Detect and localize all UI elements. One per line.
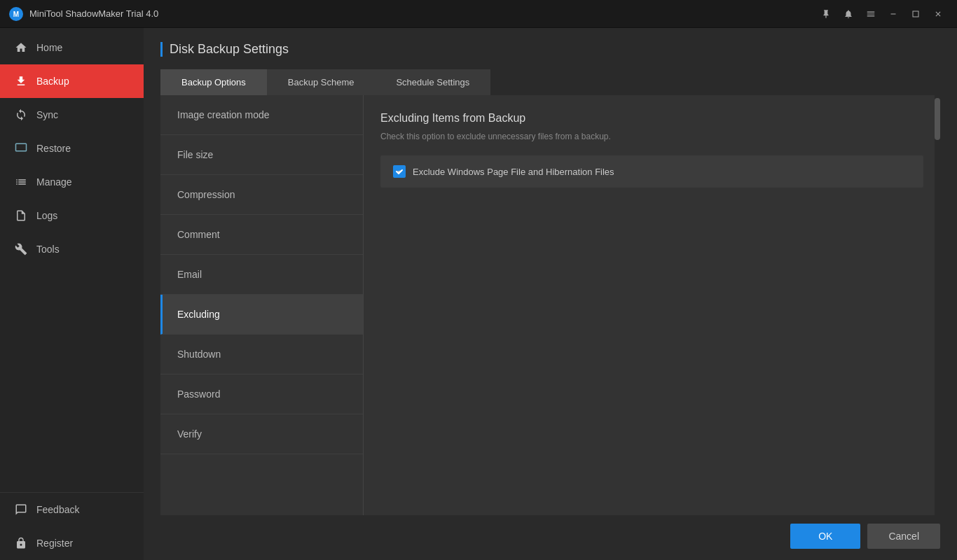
logs-icon [14, 209, 28, 223]
content-area: Disk Backup Settings Backup Options Back… [144, 28, 957, 560]
sidebar-label-logs: Logs [36, 210, 57, 221]
app-logo-icon: M [8, 6, 24, 22]
tab-backup-scheme[interactable]: Backup Scheme [267, 69, 376, 95]
tab-schedule-settings[interactable]: Schedule Settings [375, 69, 490, 95]
manage-icon [14, 175, 28, 189]
sidebar-item-feedback[interactable]: Feedback [0, 493, 144, 526]
sidebar-label-feedback: Feedback [36, 504, 79, 515]
sidebar-label-tools: Tools [36, 244, 60, 255]
main-layout: Home Backup Sync Restore Manage [0, 28, 957, 560]
svg-rect-2 [16, 144, 27, 151]
option-email[interactable]: Email [160, 255, 363, 295]
tab-backup-options[interactable]: Backup Options [160, 69, 267, 95]
option-compression[interactable]: Compression [160, 175, 363, 215]
sidebar-item-manage[interactable]: Manage [0, 165, 144, 199]
sidebar-label-sync: Sync [36, 109, 58, 120]
sidebar-item-register[interactable]: Register [0, 526, 144, 560]
exclude-checkbox-row[interactable]: Exclude Windows Page File and Hibernatio… [380, 155, 923, 188]
svg-text:M: M [13, 10, 19, 18]
pin-icon[interactable] [815, 4, 836, 24]
home-icon [14, 41, 28, 55]
feedback-icon [14, 503, 28, 517]
sync-icon [14, 108, 28, 122]
backup-icon [14, 74, 28, 88]
sidebar-label-backup: Backup [36, 76, 69, 87]
option-comment[interactable]: Comment [160, 215, 363, 255]
sidebar-item-sync[interactable]: Sync [0, 98, 144, 132]
tools-icon [14, 242, 28, 256]
page-title: Disk Backup Settings [160, 42, 940, 57]
ok-button[interactable]: OK [790, 524, 860, 549]
sidebar-item-backup[interactable]: Backup [0, 64, 144, 98]
scrollbar-track[interactable] [935, 95, 940, 515]
sidebar: Home Backup Sync Restore Manage [0, 28, 144, 560]
scrollbar-thumb[interactable] [935, 98, 940, 140]
option-verify[interactable]: Verify [160, 414, 363, 454]
checkmark-icon [395, 167, 404, 176]
sidebar-label-home: Home [36, 42, 62, 53]
sidebar-item-home[interactable]: Home [0, 31, 144, 64]
sidebar-item-tools[interactable]: Tools [0, 232, 144, 266]
cancel-button[interactable]: Cancel [867, 524, 940, 549]
panel-title: Excluding Items from Backup [380, 112, 923, 125]
exclude-checkbox-label: Exclude Windows Page File and Hibernatio… [413, 167, 614, 177]
options-area: Image creation mode File size Compressio… [160, 95, 940, 515]
sidebar-item-logs[interactable]: Logs [0, 199, 144, 232]
titlebar-controls [815, 4, 949, 24]
panel-description: Check this option to exclude unnecessary… [380, 132, 923, 141]
register-icon [14, 536, 28, 550]
option-password[interactable]: Password [160, 374, 363, 414]
sidebar-label-restore: Restore [36, 143, 71, 154]
minimize-icon[interactable] [883, 4, 904, 24]
close-icon[interactable] [928, 4, 949, 24]
sidebar-bottom: Feedback Register [0, 492, 144, 560]
options-panel: Excluding Items from Backup Check this o… [364, 95, 940, 515]
exclude-checkbox[interactable] [393, 165, 406, 178]
menu-icon[interactable] [860, 4, 881, 24]
footer-buttons: OK Cancel [160, 515, 940, 549]
app-title: MiniTool ShadowMaker Trial 4.0 [29, 8, 158, 19]
options-list: Image creation mode File size Compressio… [160, 95, 364, 515]
option-shutdown[interactable]: Shutdown [160, 335, 363, 374]
option-image-creation-mode[interactable]: Image creation mode [160, 95, 363, 135]
sidebar-item-restore[interactable]: Restore [0, 132, 144, 165]
restore-icon [14, 141, 28, 155]
tabs-bar: Backup Options Backup Scheme Schedule Se… [160, 69, 940, 95]
notification-icon[interactable] [838, 4, 859, 24]
maximize-icon[interactable] [905, 4, 926, 24]
titlebar: M MiniTool ShadowMaker Trial 4.0 [0, 0, 957, 28]
option-file-size[interactable]: File size [160, 135, 363, 175]
sidebar-label-manage: Manage [36, 176, 72, 188]
sidebar-label-register: Register [36, 538, 73, 549]
option-excluding[interactable]: Excluding [160, 295, 363, 335]
